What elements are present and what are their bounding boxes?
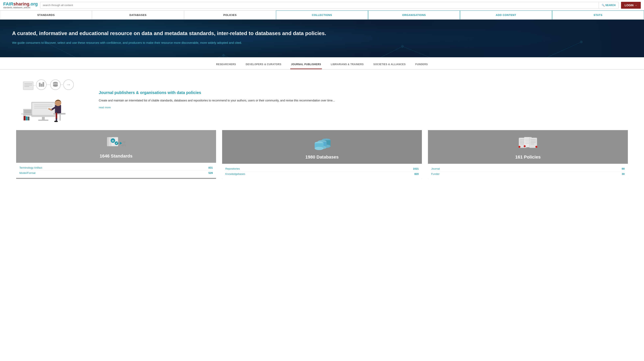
policies-icon-area [517, 136, 539, 152]
stat-row-value: 831 [208, 166, 213, 169]
svg-marker-59 [120, 142, 122, 145]
svg-rect-47 [24, 110, 32, 114]
nav-stats[interactable]: STATS [552, 11, 644, 19]
search-button[interactable]: 🔍 SEARCH [599, 2, 618, 8]
logo-subtitle: standards, databases, policies [3, 7, 38, 9]
tab-librarians-trainers[interactable]: LIBRARIANS & TRAINERS [330, 61, 364, 69]
policies-stat-card: 161 Policies Journal 88 Funder 30 [428, 130, 628, 179]
nav-databases[interactable]: DATABASES [92, 11, 184, 19]
login-button[interactable]: LOGIN → [621, 2, 641, 9]
svg-rect-38 [60, 115, 61, 121]
databases-card-top: 1980 Databases [222, 130, 422, 164]
svg-rect-52 [28, 117, 30, 120]
hero-subtext: We guide consumers to discover, select a… [12, 40, 632, 45]
tab-developers-curators[interactable]: DEVELOPERS & CURATORS [245, 61, 282, 69]
logo[interactable]: FAIRsharing.org standards, databases, po… [3, 2, 38, 9]
stat-row-label: Repositories [225, 167, 240, 170]
stats-section: iD 1646 Standards Terminology Ar [0, 130, 644, 187]
policies-title: 161 Policies [515, 155, 540, 160]
search-input[interactable] [40, 2, 599, 8]
tab-researchers[interactable]: RESEARCHERS [215, 61, 237, 69]
stat-row: Terminology Artifact 831 [19, 165, 213, 170]
stat-row-value: 820 [414, 172, 419, 175]
stat-row: Repositories 1021 [225, 166, 419, 171]
nav-organisations[interactable]: ORGANISATIONS [368, 11, 460, 19]
svg-rect-36 [38, 120, 48, 121]
databases-card-bottom: Repositories 1021 Knowledgebases 820 [222, 164, 422, 179]
read-more-link[interactable]: read more [99, 106, 111, 109]
databases-stat-card: 1980 Databases Repositories 1021 Knowled… [222, 130, 422, 179]
policies-card-top: 161 Policies [428, 130, 628, 164]
hero-section: A curated, informative and educational r… [0, 20, 644, 57]
svg-rect-39 [55, 105, 61, 113]
search-button-label: SEARCH [605, 4, 616, 7]
stat-row-value: 30 [622, 172, 625, 175]
svg-rect-49 [21, 114, 31, 114]
svg-rect-31 [32, 103, 54, 115]
header: FAIRsharing.org standards, databases, po… [0, 0, 644, 11]
logo-text: FAIRsharing.org [3, 2, 38, 7]
logo-sharing-part: sharing [13, 2, 29, 7]
svg-point-8 [222, 54, 225, 57]
stat-row-label: Knowledgebases [225, 172, 245, 175]
svg-line-27 [33, 85, 36, 86]
content-title: Journal publishers & organisations with … [99, 90, 628, 95]
svg-line-2 [224, 56, 313, 57]
svg-point-86 [524, 145, 526, 147]
journal-publishers-illustration: → [19, 78, 84, 122]
svg-line-42 [49, 109, 52, 110]
hero-background-decoration [0, 20, 644, 57]
svg-point-93 [535, 146, 537, 148]
stat-row-value: 529 [208, 171, 213, 174]
svg-rect-19 [41, 84, 42, 87]
svg-point-10 [401, 45, 404, 48]
logo-fair-part: FAIR [3, 2, 13, 7]
svg-point-45 [54, 121, 58, 122]
stat-row: Journal 88 [431, 166, 625, 171]
content-body: Create and maintain an interrelated list… [99, 98, 628, 103]
nav-add-content[interactable]: ADD CONTENT [460, 11, 552, 19]
nav-policies[interactable]: POLICIES [184, 11, 276, 19]
content-text-block: Journal publishers & organisations with … [99, 90, 628, 109]
stat-row-label: Model/Format [19, 171, 36, 174]
svg-rect-20 [42, 82, 44, 87]
hero-headline: A curated, informative and educational r… [12, 30, 632, 37]
tab-journal-publishers[interactable]: JOURNAL PUBLISHERS [290, 61, 322, 69]
standards-icon-area: iD [106, 136, 126, 151]
stat-row-label: Funder [431, 172, 440, 175]
content-section: → [0, 70, 644, 130]
svg-point-24 [53, 85, 58, 87]
databases-title: 1980 Databases [305, 155, 339, 160]
svg-rect-65 [125, 145, 126, 146]
tab-funders[interactable]: FUNDERS [414, 61, 429, 69]
standards-icon: iD [106, 136, 126, 150]
svg-point-74 [315, 147, 324, 150]
svg-rect-64 [122, 145, 124, 146]
logo-org-part: .org [30, 2, 38, 7]
svg-rect-13 [23, 82, 33, 90]
nav-collections[interactable]: COLLECTIONS [276, 11, 368, 19]
tab-societies-alliances[interactable]: SOCIETIES & ALLIANCES [372, 61, 406, 69]
databases-icon [311, 136, 333, 151]
svg-point-80 [518, 146, 520, 148]
svg-rect-60 [123, 141, 126, 143]
standards-stat-card: iD 1646 Standards Terminology Ar [16, 130, 216, 179]
search-icon: 🔍 [602, 4, 605, 7]
stat-row: Funder 30 [431, 171, 625, 176]
svg-line-3 [313, 46, 402, 57]
stat-row-value: 88 [622, 167, 625, 170]
svg-rect-18 [39, 83, 40, 87]
search-bar: 🔍 SEARCH [40, 2, 618, 9]
stat-row: Model/Format 529 [19, 170, 213, 175]
stat-row: Knowledgebases 820 [225, 171, 419, 176]
svg-rect-50 [24, 116, 26, 120]
nav-standards[interactable]: STANDARDS [0, 11, 92, 19]
main-nav: STANDARDS DATABASES POLICIES COLLECTIONS… [0, 11, 644, 20]
stat-row-label: Terminology Artifact [19, 166, 42, 169]
svg-line-4 [402, 46, 492, 57]
standards-title: 1646 Standards [100, 153, 133, 159]
policies-icon [517, 136, 539, 151]
svg-line-1 [134, 56, 224, 57]
standards-card-top: iD 1646 Standards [16, 130, 216, 163]
svg-rect-51 [26, 116, 28, 120]
